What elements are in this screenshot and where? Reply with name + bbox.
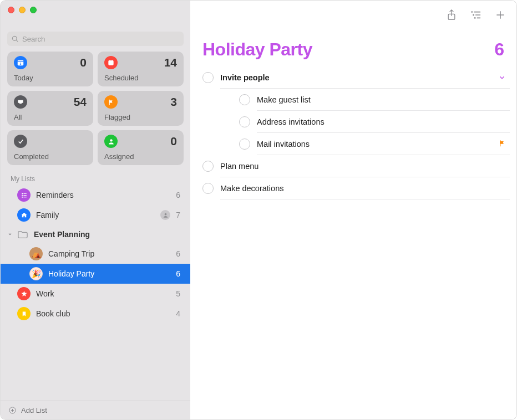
svg-point-14	[164, 213, 166, 215]
search-input[interactable]: Search	[7, 32, 184, 46]
smart-assigned-label: Assigned	[104, 152, 134, 161]
chevron-down-icon	[498, 74, 506, 81]
main-pane: Holiday Party 6 Invite people Make guest…	[190, 1, 516, 419]
mylists-header: My Lists	[1, 170, 190, 185]
calendar-today-icon: 3	[14, 56, 27, 69]
list-header: Holiday Party 6	[190, 29, 516, 66]
svg-point-7	[110, 139, 112, 141]
list-label: Work	[36, 289, 54, 298]
calendar-icon	[104, 56, 118, 69]
list-label: Holiday Party	[48, 269, 94, 278]
reminder-text[interactable]: Mail invitations	[257, 134, 498, 154]
flag-icon	[498, 139, 506, 150]
close-window-button[interactable]	[8, 7, 14, 13]
tent-emoji-icon: ⛺	[29, 247, 43, 260]
list-label: Family	[36, 211, 59, 219]
reminder-row[interactable]: Address invitations	[202, 111, 510, 133]
smart-assigned[interactable]: 0 Assigned	[98, 130, 184, 165]
reminder-row[interactable]: Make guest list	[202, 89, 510, 111]
reminder-text[interactable]: Address invitations	[257, 112, 510, 132]
list-reminders[interactable]: Reminders 6	[1, 185, 190, 205]
add-list-button[interactable]: Add List	[1, 401, 190, 419]
list-bullet-icon	[17, 188, 31, 202]
reminder-checkbox[interactable]	[239, 139, 250, 150]
reminder-checkbox[interactable]	[202, 72, 214, 83]
list-count: 6	[176, 249, 183, 258]
svg-point-8	[22, 193, 23, 194]
reminder-row[interactable]: Mail invitations	[202, 133, 510, 155]
list-count: 7	[176, 211, 183, 219]
reminder-text[interactable]: Make guest list	[257, 90, 510, 110]
person-icon	[104, 135, 118, 148]
group-event-planning[interactable]: Event Planning	[1, 225, 190, 244]
smart-flagged[interactable]: 3 Flagged	[98, 91, 184, 126]
smart-lists-grid: 3 0 Today 14 Scheduled 54	[1, 52, 190, 170]
reminder-row[interactable]: Invite people	[202, 66, 510, 89]
list-camping-trip[interactable]: ⛺ Camping Trip 6	[1, 244, 190, 264]
smart-flagged-label: Flagged	[104, 113, 130, 121]
reminder-text[interactable]: Make decorations	[220, 178, 510, 198]
folder-icon	[16, 229, 29, 240]
new-reminder-button[interactable]	[494, 9, 506, 21]
checkmark-icon	[14, 135, 27, 148]
list-total-count: 6	[494, 39, 504, 60]
svg-rect-11	[23, 194, 26, 195]
svg-rect-13	[23, 197, 26, 197]
list-label: Camping Trip	[48, 249, 94, 258]
list-label: Book club	[36, 309, 70, 318]
svg-point-10	[22, 194, 23, 196]
shared-icon	[160, 210, 170, 220]
smart-today-label: Today	[14, 74, 33, 82]
divider	[220, 199, 510, 199]
chevron-down-icon[interactable]	[7, 232, 14, 237]
list-count: 5	[176, 289, 183, 298]
plus-circle-icon	[8, 406, 17, 414]
minimize-window-button[interactable]	[19, 7, 26, 13]
search-icon	[12, 35, 19, 43]
list-title: Holiday Party	[202, 39, 312, 60]
expand-subtasks-button[interactable]	[496, 72, 508, 83]
smart-scheduled-count: 14	[164, 56, 177, 69]
smart-all-label: All	[14, 113, 22, 121]
reminder-row[interactable]: Make decorations	[202, 177, 510, 199]
reminder-row[interactable]: Plan menu	[202, 155, 510, 177]
share-icon	[446, 9, 457, 21]
list-indent-icon	[470, 10, 482, 20]
list-label: Reminders	[36, 191, 74, 199]
list-family[interactable]: Family 7	[1, 205, 190, 225]
smart-scheduled-label: Scheduled	[104, 74, 138, 82]
reminder-checkbox[interactable]	[239, 94, 250, 105]
bookmark-icon	[17, 307, 31, 320]
smart-all-count: 54	[74, 95, 87, 109]
smart-completed-label: Completed	[14, 152, 49, 161]
svg-point-19	[474, 17, 476, 19]
svg-point-17	[471, 11, 473, 13]
reminder-checkbox[interactable]	[202, 161, 214, 172]
sidebar: Search 3 0 Today 14 Scheduled	[1, 1, 190, 419]
reminder-text[interactable]: Invite people	[220, 68, 496, 88]
svg-rect-5	[109, 60, 110, 61]
smart-completed[interactable]: Completed	[7, 130, 93, 165]
zoom-window-button[interactable]	[30, 7, 37, 13]
list-count: 6	[176, 191, 183, 199]
svg-rect-6	[112, 60, 113, 61]
svg-rect-2	[18, 60, 24, 61]
toolbar	[190, 1, 516, 29]
share-button[interactable]	[445, 9, 458, 21]
svg-point-12	[22, 196, 23, 197]
list-count: 6	[176, 269, 183, 278]
smart-scheduled[interactable]: 14 Scheduled	[98, 52, 184, 86]
party-emoji-icon: 🎉	[29, 267, 43, 280]
smart-flagged-count: 3	[170, 95, 177, 109]
list-book-club[interactable]: Book club 4	[1, 304, 190, 324]
reminder-checkbox[interactable]	[202, 183, 214, 194]
smart-today[interactable]: 3 0 Today	[7, 52, 93, 86]
reminder-checkbox[interactable]	[239, 116, 250, 127]
list-work[interactable]: Work 5	[1, 284, 190, 304]
window-controls[interactable]	[8, 7, 37, 13]
smart-all[interactable]: 54 All	[7, 91, 93, 126]
list-holiday-party[interactable]: 🎉 Holiday Party 6	[1, 264, 190, 284]
view-options-button[interactable]	[470, 9, 482, 21]
house-icon	[17, 208, 31, 222]
reminder-text[interactable]: Plan menu	[220, 156, 510, 176]
